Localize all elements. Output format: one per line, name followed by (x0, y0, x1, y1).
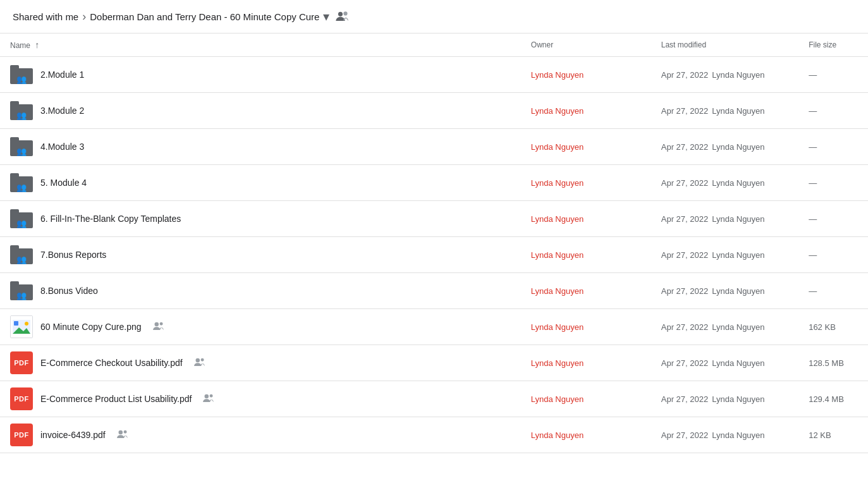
sort-ascending-icon: ↑ (35, 40, 39, 50)
table-header-row: Name ↑ Owner Last modified File size (0, 34, 868, 57)
modified-by: Lynda Nguyen (712, 250, 764, 260)
breadcrumb-chevron-icon: › (82, 11, 86, 22)
file-size-cell: 12 KB (798, 417, 868, 453)
folder-shared-icon: 👥 (10, 207, 33, 230)
modified-date: Apr 27, 2022 (661, 394, 708, 404)
svg-point-27 (154, 322, 159, 327)
col-header-size[interactable]: File size (798, 34, 868, 57)
svg-point-33 (118, 430, 123, 435)
svg-rect-24 (14, 321, 18, 326)
svg-point-34 (123, 430, 126, 434)
svg-text:👥: 👥 (16, 146, 27, 156)
file-owner-cell: Lynda Nguyen (521, 237, 651, 273)
svg-point-26 (25, 322, 28, 326)
shared-icon (203, 393, 214, 405)
svg-point-29 (195, 358, 200, 363)
svg-text:👥: 👥 (16, 254, 27, 264)
modified-date: Apr 27, 2022 (661, 286, 708, 296)
svg-point-31 (205, 394, 209, 399)
svg-point-30 (200, 358, 204, 362)
file-name-cell: 60 Minute Copy Cure.png (0, 309, 521, 345)
modified-date: Apr 27, 2022 (661, 106, 708, 116)
modified-by: Lynda Nguyen (712, 214, 764, 224)
file-owner-cell: Lynda Nguyen (521, 381, 651, 417)
svg-rect-6 (10, 101, 19, 106)
file-name: 60 Minute Copy Cure.png (40, 322, 142, 332)
owner-name: Lynda Nguyen (531, 250, 584, 260)
svg-point-28 (159, 322, 162, 326)
folder-shared-icon: 👥 (10, 279, 33, 302)
svg-rect-15 (10, 209, 19, 214)
svg-point-0 (338, 11, 343, 16)
file-name: 7.Bonus Reports (40, 250, 106, 260)
svg-text:👥: 👥 (16, 290, 27, 300)
file-size-cell: — (798, 57, 868, 93)
breadcrumb: Shared with me › Doberman Dan and Terry … (0, 0, 868, 34)
owner-name: Lynda Nguyen (531, 358, 584, 368)
table-row[interactable]: 👥 7.Bonus Reports Lynda Nguyen Apr 27, 2… (0, 237, 868, 273)
file-name-cell: 👥 5. Module 4 (0, 165, 521, 201)
table-row[interactable]: 👥 6. Fill-In-The-Blank Copy Templates Ly… (0, 201, 868, 237)
file-modified-cell: Apr 27, 2022 Lynda Nguyen (651, 237, 798, 273)
modified-by: Lynda Nguyen (712, 286, 764, 296)
table-row[interactable]: PDF E-Commerce Checkout Usability.pdf Ly… (0, 345, 868, 381)
file-size: — (809, 142, 817, 152)
col-header-name[interactable]: Name ↑ (0, 34, 521, 57)
file-size: 129.4 MB (809, 394, 844, 404)
file-modified-cell: Apr 27, 2022 Lynda Nguyen (651, 57, 798, 93)
file-name-cell: 👥 4.Module 3 (0, 129, 521, 165)
file-name: 2.Module 1 (40, 70, 84, 80)
modified-date: Apr 27, 2022 (661, 250, 708, 260)
col-header-modified[interactable]: Last modified (651, 34, 798, 57)
file-modified-cell: Apr 27, 2022 Lynda Nguyen (651, 309, 798, 345)
table-row[interactable]: 👥 2.Module 1 Lynda Nguyen Apr 27, 2022 L… (0, 57, 868, 93)
file-size: — (809, 106, 817, 116)
file-modified-cell: Apr 27, 2022 Lynda Nguyen (651, 381, 798, 417)
table-row[interactable]: 👥 8.Bonus Video Lynda Nguyen Apr 27, 202… (0, 273, 868, 309)
owner-name: Lynda Nguyen (531, 430, 584, 440)
folder-shared-icon: 👥 (10, 243, 33, 266)
file-owner-cell: Lynda Nguyen (521, 417, 651, 453)
modified-date: Apr 27, 2022 (661, 322, 708, 332)
file-size: 128.5 MB (809, 358, 844, 368)
file-modified-cell: Apr 27, 2022 Lynda Nguyen (651, 345, 798, 381)
col-header-owner[interactable]: Owner (521, 34, 651, 57)
breadcrumb-people-icon[interactable] (336, 9, 350, 24)
file-owner-cell: Lynda Nguyen (521, 201, 651, 237)
modified-by: Lynda Nguyen (712, 142, 764, 152)
file-size-cell: — (798, 273, 868, 309)
file-modified-cell: Apr 27, 2022 Lynda Nguyen (651, 273, 798, 309)
owner-name: Lynda Nguyen (531, 142, 584, 152)
folder-shared-icon: 👥 (10, 171, 33, 194)
breadcrumb-dropdown-icon[interactable]: ▾ (323, 9, 329, 24)
folder-shared-icon: 👥 (10, 135, 33, 158)
modified-date: Apr 27, 2022 (661, 214, 708, 224)
file-size-cell: 162 KB (798, 309, 868, 345)
breadcrumb-shared-with-me[interactable]: Shared with me (13, 11, 78, 22)
owner-name: Lynda Nguyen (531, 106, 584, 116)
table-row[interactable]: 60 Minute Copy Cure.png Lynda Nguyen Apr… (0, 309, 868, 345)
table-row[interactable]: 👥 5. Module 4 Lynda Nguyen Apr 27, 2022 … (0, 165, 868, 201)
breadcrumb-folder-name[interactable]: Doberman Dan and Terry Dean - 60 Minute … (90, 11, 319, 22)
file-size: — (809, 214, 817, 224)
file-owner-cell: Lynda Nguyen (521, 345, 651, 381)
modified-date: Apr 27, 2022 (661, 430, 708, 440)
table-row[interactable]: 👥 4.Module 3 Lynda Nguyen Apr 27, 2022 L… (0, 129, 868, 165)
modified-by: Lynda Nguyen (712, 70, 764, 80)
modified-by: Lynda Nguyen (712, 394, 764, 404)
table-row[interactable]: PDF invoice-6439.pdf Lynda Nguyen Apr 27… (0, 417, 868, 453)
svg-rect-18 (10, 245, 19, 250)
file-modified-cell: Apr 27, 2022 Lynda Nguyen (651, 201, 798, 237)
owner-name: Lynda Nguyen (531, 394, 584, 404)
file-name-cell: 👥 6. Fill-In-The-Blank Copy Templates (0, 201, 521, 237)
folder-shared-icon: 👥 (10, 63, 33, 86)
png-file-icon (10, 315, 33, 338)
table-row[interactable]: 👥 3.Module 2 Lynda Nguyen Apr 27, 2022 L… (0, 93, 868, 129)
file-modified-cell: Apr 27, 2022 Lynda Nguyen (651, 417, 798, 453)
table-row[interactable]: PDF E-Commerce Product List Usability.pd… (0, 381, 868, 417)
file-name-cell: PDF E-Commerce Checkout Usability.pdf (0, 345, 521, 381)
file-name-cell: 👥 7.Bonus Reports (0, 237, 521, 273)
modified-date: Apr 27, 2022 (661, 178, 708, 188)
owner-name: Lynda Nguyen (531, 322, 584, 332)
file-modified-cell: Apr 27, 2022 Lynda Nguyen (651, 129, 798, 165)
